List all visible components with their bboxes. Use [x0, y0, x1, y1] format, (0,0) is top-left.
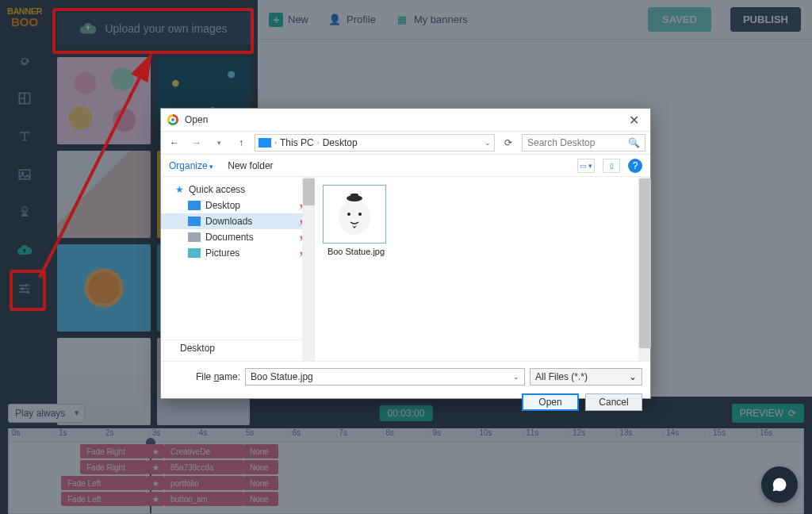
files-scrollbar[interactable] [638, 177, 650, 361]
dialog-files[interactable]: Boo Statue.jpg [315, 177, 650, 361]
file-open-dialog: Open ✕ ← → ▾ ↑ › This PC › Desktop ⌄ ⟳ S… [160, 108, 651, 399]
organize-menu[interactable]: Organize [169, 160, 213, 171]
dialog-bottom: File name: Boo Statue.jpg⌄ All Files (*.… [161, 361, 650, 417]
downloads-icon [188, 217, 201, 226]
chevron-down-icon: ⌄ [629, 371, 637, 382]
close-icon[interactable]: ✕ [624, 113, 644, 128]
svg-rect-10 [350, 194, 358, 199]
desktop-icon [188, 201, 201, 210]
new-folder-button[interactable]: New folder [228, 160, 273, 171]
nav-back-icon[interactable]: ← [166, 134, 183, 152]
cancel-button[interactable]: Cancel [585, 393, 642, 411]
chevron-right-icon: › [274, 139, 277, 147]
file-item[interactable]: Boo Statue.jpg [323, 185, 389, 256]
path-breadcrumb[interactable]: › This PC › Desktop ⌄ [255, 134, 495, 152]
view-mode-button[interactable]: ▭ ▾ [577, 159, 595, 173]
file-thumbnail [323, 185, 386, 244]
preview-pane-button[interactable]: ▯ [603, 159, 620, 173]
tree-desktop-bottom[interactable]: Desktop [161, 339, 302, 356]
file-filter-select[interactable]: All Files (*.*)⌄ [530, 368, 642, 386]
chat-icon [771, 476, 788, 493]
search-placeholder: Search Desktop [527, 137, 595, 148]
nav-up-icon[interactable]: ↑ [232, 134, 250, 152]
tree-pictures[interactable]: Pictures📌 [161, 245, 314, 261]
tree-downloads[interactable]: Downloads📌 [161, 213, 314, 229]
chat-button[interactable] [761, 466, 798, 503]
dialog-titlebar: Open ✕ [161, 109, 650, 131]
filename-input[interactable]: Boo Statue.jpg⌄ [245, 368, 525, 386]
tree-documents[interactable]: Documents📌 [161, 229, 314, 245]
svg-point-12 [358, 213, 362, 216]
open-button[interactable]: Open [522, 393, 579, 411]
chrome-icon [167, 114, 178, 125]
chevron-down-icon[interactable]: ⌄ [513, 373, 519, 381]
search-input[interactable]: Search Desktop 🔍 [522, 134, 645, 152]
dialog-nav: ← → ▾ ↑ › This PC › Desktop ⌄ ⟳ Search D… [161, 131, 650, 155]
svg-point-8 [339, 200, 370, 235]
tree-desktop[interactable]: Desktop📌 [161, 198, 314, 213]
chevron-right-icon: › [317, 139, 320, 147]
pictures-icon [188, 248, 201, 258]
pc-icon [259, 138, 271, 148]
help-button[interactable]: ? [628, 159, 642, 173]
star-icon: ★ [175, 184, 184, 195]
documents-icon [188, 232, 201, 242]
tree-quick-access[interactable]: ★Quick access [161, 182, 314, 198]
refresh-icon[interactable]: ⟳ [500, 134, 517, 152]
dialog-toolbar: Organize New folder ▭ ▾ ▯ ? [161, 155, 650, 177]
dialog-tree: ★Quick access Desktop📌 Downloads📌 Docume… [161, 177, 315, 361]
tree-scrollbar[interactable] [302, 177, 314, 361]
filename-label: File name: [169, 371, 240, 382]
file-name: Boo Statue.jpg [323, 247, 389, 256]
nav-recent-icon[interactable]: ▾ [210, 134, 228, 152]
dialog-title: Open [185, 114, 208, 125]
search-icon: 🔍 [628, 137, 640, 148]
chevron-down-icon[interactable]: ⌄ [485, 139, 491, 147]
nav-forward-icon[interactable]: → [188, 134, 205, 152]
svg-point-11 [347, 213, 350, 216]
